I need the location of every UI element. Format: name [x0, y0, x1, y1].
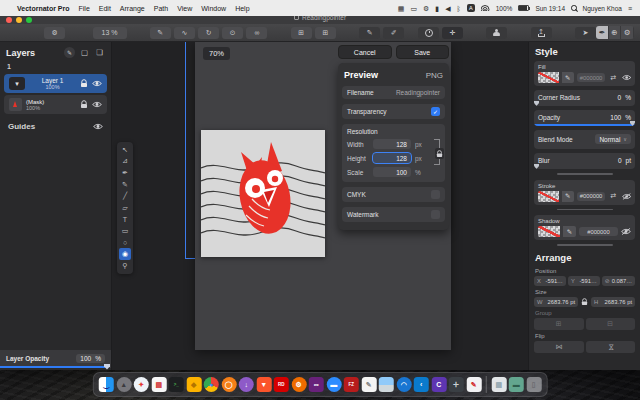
dock-app-visual-studio[interactable]: ∞: [309, 377, 324, 392]
visibility-eye-icon[interactable]: [92, 101, 102, 108]
dock-app-app-rust[interactable]: ⚙: [291, 377, 306, 392]
size-lock-button[interactable]: [580, 297, 589, 307]
menu-item-help[interactable]: Help: [235, 5, 249, 12]
stroke-hidden-icon[interactable]: [622, 193, 631, 200]
control-center-icon[interactable]: ≡: [628, 5, 632, 12]
grid-button[interactable]: ⊞: [315, 27, 336, 39]
spaces-grid-icon[interactable]: ▦: [398, 5, 405, 12]
dock-app-vscode[interactable]: ‹: [414, 377, 429, 392]
shadow-hidden-icon[interactable]: [621, 228, 631, 235]
menu-item-edit[interactable]: Edit: [99, 5, 111, 12]
dock-app-app-c[interactable]: C: [431, 377, 446, 392]
menu-clock[interactable]: Sun 19:14: [535, 5, 565, 12]
dock-app-terminal[interactable]: >_: [169, 377, 184, 392]
watermark-row[interactable]: Watermark: [342, 207, 445, 222]
dock-app-brave[interactable]: ▼: [256, 377, 271, 392]
dock-app-app-rd[interactable]: RD: [274, 377, 289, 392]
rotation-field[interactable]: ⊘0.087…: [602, 276, 635, 286]
edit-layers-button[interactable]: ✎: [64, 47, 75, 58]
corner-radius-row[interactable]: Corner Radius 0%: [534, 90, 635, 106]
visibility-eye-icon[interactable]: [92, 80, 102, 87]
brush-tool-icon[interactable]: ╱: [119, 190, 131, 202]
guides-visibility-icon[interactable]: [93, 123, 103, 130]
dock-app-app-crosshair[interactable]: ✛: [449, 377, 464, 392]
rotate-tool-button[interactable]: ↻: [198, 27, 219, 39]
menu-item-window[interactable]: Window: [201, 5, 226, 12]
disclosure-triangle-icon[interactable]: ▾: [9, 77, 25, 90]
rectangle-tool-icon[interactable]: ▭: [119, 225, 131, 237]
height-input[interactable]: 128: [373, 153, 411, 163]
dock-app-textedit[interactable]: ✎: [361, 377, 376, 392]
size-height-field[interactable]: H2683.76 pt: [591, 297, 635, 307]
group-button[interactable]: ⊞: [534, 318, 584, 330]
dock-app-finder[interactable]: ‿: [99, 377, 114, 392]
menu-item-view[interactable]: View: [177, 5, 192, 12]
fill-hex-field[interactable]: #000000: [577, 73, 606, 82]
cmyk-checkbox[interactable]: [431, 190, 440, 199]
dock-app-filezilla[interactable]: FZ: [344, 377, 359, 392]
layer-row-mask[interactable]: (Mask) 100%: [4, 95, 107, 114]
blur-row[interactable]: Blur 0pt: [534, 153, 635, 169]
scale-input[interactable]: 100: [373, 167, 411, 177]
dock-app-sketch[interactable]: ◆: [186, 377, 201, 392]
menu-item-path[interactable]: Path: [154, 5, 168, 12]
width-input[interactable]: 128: [373, 139, 411, 149]
dock-app-zoom[interactable]: ▬: [326, 377, 341, 392]
stroke-color-swatch[interactable]: [538, 191, 559, 202]
menu-item-file[interactable]: File: [79, 5, 90, 12]
eraser-tool-icon[interactable]: ▱: [119, 202, 131, 214]
artboard-frame-button[interactable]: ▢: [79, 47, 90, 58]
layer-opacity-slider[interactable]: [0, 366, 107, 369]
transparency-checkbox[interactable]: ✓: [431, 107, 440, 116]
dock-app-app-blue-sphere[interactable]: ◠: [396, 377, 411, 392]
transform-button[interactable]: ✛: [442, 27, 463, 39]
preview-zoom-badge[interactable]: 70%: [203, 47, 230, 60]
blend-mode-dropdown[interactable]: Normal ∨: [595, 134, 631, 144]
gear-status-icon[interactable]: ⚙: [423, 5, 429, 12]
watermark-checkbox[interactable]: [431, 210, 440, 219]
stroke-hex-field[interactable]: #000000: [577, 192, 606, 201]
shadow-hex-field[interactable]: #000000: [579, 227, 618, 236]
layer-opacity-field[interactable]: 100%: [76, 354, 105, 363]
battery-icon[interactable]: [518, 5, 529, 11]
close-window-button[interactable]: [6, 17, 12, 23]
input-source-icon[interactable]: A: [467, 4, 475, 12]
draw-mode-tab[interactable]: ✒: [596, 26, 609, 39]
cmyk-row[interactable]: CMYK: [342, 187, 445, 202]
dock-app-trash[interactable]: ▯: [526, 377, 541, 392]
menu-app-name[interactable]: Vectornator Pro: [17, 5, 70, 12]
node-tool-button[interactable]: ✎: [150, 27, 171, 39]
menu-item-arrange[interactable]: Arrange: [120, 5, 145, 12]
dock-app-app-orange-ring[interactable]: ◯: [221, 377, 236, 392]
dock-app-preview-doc[interactable]: ▤: [491, 377, 506, 392]
zoom-tool-icon[interactable]: ⚲: [119, 260, 131, 272]
zoom-level-button[interactable]: 13 %: [93, 27, 127, 39]
text-tool-icon[interactable]: T: [119, 214, 131, 226]
dongle-icon[interactable]: ▮: [435, 5, 439, 12]
ungroup-button[interactable]: ⊟: [586, 318, 636, 330]
minimize-window-button[interactable]: [16, 17, 22, 23]
shadow-color-swatch[interactable]: [538, 226, 560, 237]
dock-app-chrome[interactable]: ●: [204, 377, 219, 392]
volume-icon[interactable]: ◀: [445, 5, 450, 12]
pen-tool-icon[interactable]: ✒: [119, 167, 131, 179]
lock-icon[interactable]: [80, 100, 88, 109]
flip-vertical-button[interactable]: ⋈: [586, 341, 636, 353]
fill-color-swatch[interactable]: [538, 72, 559, 83]
dock-app-launchpad[interactable]: ▲: [116, 377, 131, 392]
dock-app-calendar[interactable]: ▤: [151, 377, 166, 392]
flip-horizontal-button[interactable]: ⋈: [534, 341, 584, 353]
pen-mode-button[interactable]: ✐: [383, 27, 404, 39]
aspect-lock-button[interactable]: [435, 148, 444, 159]
export-button[interactable]: ↥: [531, 27, 552, 39]
shape-tool-icon[interactable]: ○: [119, 237, 131, 249]
history-button[interactable]: [418, 27, 439, 39]
layer-row-layer1[interactable]: ▾ Layer 1 100%: [4, 74, 107, 93]
select-tool-icon[interactable]: ↖: [119, 144, 131, 156]
position-y-field[interactable]: Y-591…: [568, 276, 600, 286]
opacity-slider-track[interactable]: [534, 124, 635, 127]
brush-mode-button[interactable]: ✎: [359, 27, 380, 39]
transparency-row[interactable]: Transparency ✓: [342, 104, 445, 119]
cancel-button[interactable]: Cancel: [338, 45, 392, 59]
point-tool-button[interactable]: ⊙: [222, 27, 243, 39]
